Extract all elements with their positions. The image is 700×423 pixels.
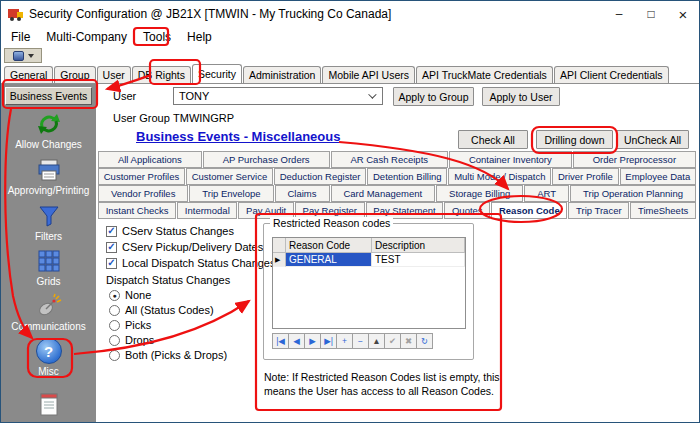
subtab-trip-operation-planning[interactable]: Trip Operation Planning bbox=[570, 185, 696, 202]
sidebar-item-grids[interactable]: Grids bbox=[1, 248, 96, 287]
nav-first-button[interactable]: |◀ bbox=[272, 333, 289, 349]
subtab-container-inventory[interactable]: Container Inventory bbox=[449, 151, 572, 168]
radio-drops[interactable]: Drops bbox=[109, 334, 154, 346]
check-all-button[interactable]: Check All bbox=[458, 130, 528, 149]
checkbox-cserv-pickup-delivery-dates[interactable]: ✓ CServ Pickup/Delivery Dates bbox=[106, 241, 263, 253]
reason-codes-grid[interactable]: Reason Code Description ▶ GENERAL TEST bbox=[272, 237, 466, 329]
subtab-deduction-register[interactable]: Deduction Register bbox=[274, 168, 366, 185]
tab-api-truckmate-credentials[interactable]: API TruckMate Credentials bbox=[416, 66, 553, 83]
tab-user[interactable]: User bbox=[97, 66, 131, 83]
nav-edit-button[interactable]: ▲ bbox=[368, 333, 385, 349]
nav-refresh-button[interactable]: ↻ bbox=[416, 333, 433, 349]
nav-post-button[interactable]: ✔ bbox=[384, 333, 401, 349]
note-text: Note: If Restricted Reason Codes list is… bbox=[264, 371, 504, 398]
checkbox-local-dispatch-status-changes[interactable]: ✓ Local Dispatch Status Changes bbox=[106, 257, 275, 269]
cell-description[interactable]: TEST bbox=[372, 253, 465, 267]
subtab-trip-tracer[interactable]: Trip Tracer bbox=[568, 202, 629, 219]
nav-delete-button[interactable]: − bbox=[352, 333, 369, 349]
nav-next-button[interactable]: ▶ bbox=[304, 333, 321, 349]
group-title: Restricted Reason codes bbox=[270, 217, 393, 229]
grid-row[interactable]: ▶ GENERAL TEST bbox=[273, 253, 465, 267]
tab-general[interactable]: General bbox=[4, 66, 53, 83]
subtab-customer-profiles[interactable]: Customer Profiles bbox=[98, 168, 185, 185]
checkbox-box: ✓ bbox=[106, 226, 117, 237]
subtab-instant-checks[interactable]: Instant Checks bbox=[98, 202, 176, 219]
uncheck-all-button[interactable]: UnCheck All bbox=[616, 130, 689, 149]
subtab-order-preprocessor[interactable]: Order Preprocessor bbox=[573, 151, 696, 168]
row-indicator-icon: ▶ bbox=[273, 253, 286, 267]
minimize-button[interactable]: – bbox=[603, 1, 635, 27]
sidebar-item-filters[interactable]: Filters bbox=[1, 203, 96, 242]
radio-label: Both (Picks & Drops) bbox=[125, 349, 227, 361]
checkbox-cserv-status-changes[interactable]: ✓ CServ Status Changes bbox=[106, 225, 234, 237]
nav-last-button[interactable]: ▶| bbox=[320, 333, 337, 349]
subtab-detention-billing[interactable]: Detention Billing bbox=[367, 168, 447, 185]
drilling-down-button[interactable]: Drilling down bbox=[536, 130, 613, 149]
sidebar-item-label: Approving/Printing bbox=[8, 185, 90, 196]
sidebar-item-approving-printing[interactable]: Approving/Printing bbox=[1, 157, 96, 196]
tab-api-client-credentials[interactable]: API Client Credentials bbox=[554, 66, 669, 83]
tab-mobile-api-users[interactable]: Mobile API Users bbox=[322, 66, 415, 83]
radio-circle: ● bbox=[109, 290, 120, 301]
business-events-button[interactable]: Business Events bbox=[5, 87, 92, 105]
user-group-value: TMWINGRP bbox=[173, 112, 234, 124]
radio-label: None bbox=[125, 289, 151, 301]
subtab-storage-billing[interactable]: Storage Billing bbox=[436, 185, 523, 202]
main-tab-bar: General Group User DB Rights Security Ad… bbox=[1, 64, 699, 84]
sidebar-item-communications[interactable]: Communications bbox=[1, 293, 96, 332]
subtab-timesheets[interactable]: TimeSheets bbox=[630, 202, 696, 219]
nav-insert-button[interactable]: + bbox=[336, 333, 353, 349]
toolbar bbox=[1, 47, 699, 64]
apply-to-group-button[interactable]: Apply to Group bbox=[393, 87, 474, 106]
close-button[interactable]: × bbox=[667, 1, 699, 27]
user-dropdown[interactable]: TONY bbox=[173, 87, 383, 105]
menu-item-tools[interactable]: Tools bbox=[135, 28, 179, 46]
subtab-row-4: Instant Checks Intermodal Pay Audit Pay … bbox=[98, 202, 697, 219]
menu-item-file[interactable]: File bbox=[3, 28, 38, 46]
tab-administration[interactable]: Administration bbox=[243, 66, 322, 83]
nav-cancel-button[interactable]: ✖ bbox=[400, 333, 417, 349]
maximize-button[interactable]: □ bbox=[635, 1, 667, 27]
allow-changes-icon bbox=[36, 111, 62, 137]
sidebar-item-label: Grids bbox=[37, 276, 61, 287]
sidebar-item-allow-changes[interactable]: Allow Changes bbox=[1, 111, 96, 150]
radio-picks[interactable]: Picks bbox=[109, 319, 151, 331]
subtab-quotes[interactable]: Quotes bbox=[444, 202, 490, 219]
subtab-multi-mode-dispatch[interactable]: Multi Mode / Dispatch bbox=[448, 168, 551, 185]
apply-to-user-button[interactable]: Apply to User bbox=[482, 87, 560, 106]
nav-prior-button[interactable]: ◀ bbox=[288, 333, 305, 349]
subtab-trip-envelope[interactable]: Trip Envelope bbox=[189, 185, 273, 202]
tab-group[interactable]: Group bbox=[54, 66, 95, 83]
radio-none[interactable]: ● None bbox=[109, 289, 151, 301]
content-area: User TONY Apply to Group Apply to User U… bbox=[96, 84, 699, 422]
sidebar-item-misc[interactable]: ? Misc bbox=[1, 338, 96, 377]
toolbar-db-button[interactable] bbox=[4, 48, 42, 63]
radio-all-status-codes[interactable]: All (Status Codes) bbox=[109, 304, 214, 316]
subtab-art[interactable]: ART bbox=[524, 185, 569, 202]
subtab-ar-cash-receipts[interactable]: AR Cash Receipts bbox=[331, 151, 448, 168]
approving-printing-icon bbox=[36, 157, 62, 183]
sidebar-item-notes[interactable] bbox=[1, 391, 96, 417]
subtab-customer-service[interactable]: Customer Service bbox=[186, 168, 273, 185]
notepad-icon bbox=[36, 391, 62, 417]
subtab-driver-profile[interactable]: Driver Profile bbox=[552, 168, 618, 185]
tab-security[interactable]: Security bbox=[192, 64, 242, 83]
cell-reason-code[interactable]: GENERAL bbox=[286, 253, 372, 267]
subtab-all-applications[interactable]: All Applications bbox=[98, 151, 202, 168]
subtab-reason-code[interactable]: Reason Code bbox=[491, 202, 567, 219]
menu-item-multi-company[interactable]: Multi-Company bbox=[38, 28, 135, 46]
menu-item-help[interactable]: Help bbox=[179, 28, 220, 46]
radio-both-picks-drops[interactable]: Both (Picks & Drops) bbox=[109, 349, 227, 361]
tab-db-rights[interactable]: DB Rights bbox=[132, 66, 191, 83]
subtab-ap-purchase-orders[interactable]: AP Purchase Orders bbox=[203, 151, 330, 168]
sidebar-item-label: Misc bbox=[38, 366, 59, 377]
subtab-row-3: Vendor Profiles Trip Envelope Claims Car… bbox=[98, 185, 697, 202]
subtab-vendor-profiles[interactable]: Vendor Profiles bbox=[98, 185, 188, 202]
subtab-claims[interactable]: Claims bbox=[275, 185, 330, 202]
subtab-card-management[interactable]: Card Management bbox=[331, 185, 436, 202]
subtab-intermodal[interactable]: Intermodal bbox=[177, 202, 237, 219]
radio-circle bbox=[109, 350, 120, 361]
radio-dot-icon: ● bbox=[112, 292, 116, 299]
subtab-employee-data[interactable]: Employee Data bbox=[620, 168, 696, 185]
db-navigator: |◀ ◀ ▶ ▶| + − ▲ ✔ ✖ ↻ bbox=[272, 333, 432, 349]
